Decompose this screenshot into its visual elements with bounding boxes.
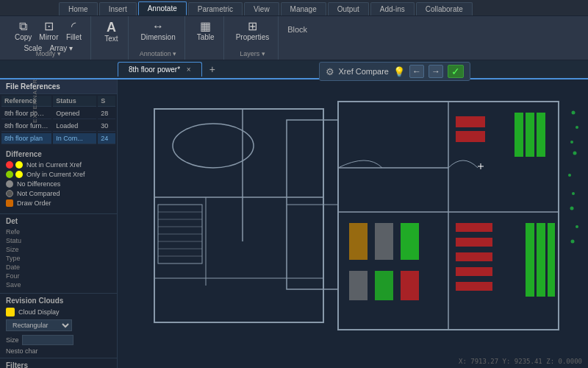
detail-save: Save (6, 281, 111, 289)
tab-annotate[interactable]: Annotate (138, 1, 187, 15)
svg-rect-32 (548, 223, 555, 297)
refe-label: Refe (6, 228, 20, 236)
yellow2-dot-icon (15, 171, 23, 178)
svg-rect-34 (375, 223, 393, 260)
toolbar-section-block: Block (282, 16, 313, 60)
only-in-xref-label: Only in Current Xref (26, 171, 85, 178)
floor-plan-svg (118, 79, 588, 368)
tab-view[interactable]: View (244, 2, 279, 15)
mirror-icon: ⊡ (44, 21, 54, 32)
legend-only-in-xref: Only in Current Xref (6, 171, 111, 178)
char-label: char (25, 347, 38, 355)
svg-point-42 (573, 152, 577, 155)
lightbulb-icon[interactable]: 💡 (393, 66, 405, 77)
fillet-button[interactable]: ◜ Fillet (62, 19, 85, 43)
ref-size-3: 24 (98, 133, 115, 144)
type-label: Type (6, 255, 21, 262)
dark-dot-icon (6, 190, 13, 197)
main-toolbar: ⧉ Copy ⊡ Mirror ◜ Fillet Scale Array ▾ M… (0, 16, 588, 60)
ref-size-2: 30 (98, 121, 115, 132)
col-size: S (98, 96, 115, 107)
svg-rect-20 (456, 116, 485, 127)
tab-output[interactable]: Output (328, 2, 369, 15)
revision-title: Revision Clouds (6, 297, 111, 305)
ribbon-tabs: Home Insert Annotate Parametric View Man… (0, 0, 588, 16)
size-input[interactable] (22, 335, 74, 345)
toolbar-section-mirror: ⧉ Copy ⊡ Mirror ◜ Fillet Scale Array ▾ M… (6, 16, 91, 60)
detail-refe: Refe (6, 228, 111, 236)
doc-tab-add[interactable]: + (204, 60, 221, 78)
copy-button[interactable]: ⧉ Copy (12, 19, 35, 43)
tab-insert[interactable]: Insert (99, 2, 137, 15)
xref-back-button[interactable]: ← (409, 65, 424, 78)
sidebar: EXTERNAL REFERENCES File References Refe… (0, 79, 118, 368)
svg-rect-27 (456, 252, 492, 261)
svg-point-47 (571, 240, 575, 244)
modify-section-label: Modify ▾ (36, 50, 61, 57)
text-label: Text (104, 35, 118, 43)
table-row[interactable]: 8th floor power* Opened 28 (1, 108, 115, 119)
col-reference: Reference (1, 96, 51, 107)
svg-point-44 (572, 192, 575, 195)
block-section-label: Block (287, 19, 307, 34)
gear-icon[interactable]: ⚙ (326, 66, 334, 77)
svg-rect-29 (456, 282, 492, 291)
tab-manage[interactable]: Manage (281, 2, 326, 15)
xref-forward-button[interactable]: → (429, 65, 443, 78)
table-label: Table (197, 33, 215, 41)
tab-home[interactable]: Home (59, 2, 98, 15)
coord-y: Y: (503, 358, 514, 365)
shape-dropdown[interactable]: Rectangular Polygonal Freehand (6, 319, 72, 331)
dimension-button[interactable]: ↔ Dimension (137, 19, 178, 43)
coord-x: X: (459, 358, 470, 365)
table-row-highlight[interactable]: 8th floor plan In Com... 24 (1, 133, 115, 144)
tab-addins[interactable]: Add-ins (370, 2, 415, 15)
size-input-label: Size (6, 336, 19, 344)
svg-rect-30 (526, 223, 534, 297)
copy-icon: ⧉ (19, 21, 27, 32)
doc-tab-close[interactable]: × (187, 66, 191, 74)
grey-dot-icon (6, 180, 13, 188)
table-row[interactable]: 8th floor furnit... Loaded 30 (1, 121, 115, 132)
table-button[interactable]: ▦ Table (194, 19, 218, 43)
green-dot-icon (6, 171, 13, 178)
toolbar-section-table: ▦ Table (188, 16, 224, 60)
ref-name-3: 8th floor plan (1, 133, 51, 144)
difference-title: Difference (6, 150, 111, 158)
layers-section-label: Layers ▾ (240, 50, 265, 57)
save-label-det: Save (6, 281, 21, 289)
svg-rect-28 (456, 267, 492, 276)
xref-confirm-button[interactable]: ✓ (448, 65, 464, 78)
four-label: Four (6, 272, 20, 280)
size-det-label: Size (6, 246, 19, 253)
dimension-icon: ↔ (152, 21, 164, 32)
text-button[interactable]: A Text (100, 19, 122, 44)
legend-no-diff: No Differences (6, 180, 111, 188)
fillet-label: Fillet (66, 33, 82, 41)
no-diff-label: No Differences (17, 180, 60, 188)
dimension-section-label: Annotation ▾ (140, 50, 177, 57)
tab-collaborate[interactable]: Collaborate (416, 2, 473, 15)
doc-tabbar: 8th floor power* × + ⚙ Xref Compare 💡 ← … (0, 60, 588, 79)
nesto-label: Nesto (6, 347, 24, 355)
fillet-icon: ◜ (71, 21, 76, 32)
svg-rect-37 (375, 271, 393, 300)
draw-order-icon (6, 199, 13, 207)
details-panel: Det Refe Statu Size Type Date Four Save (0, 214, 117, 294)
svg-point-46 (576, 225, 578, 228)
detail-status: Statu (6, 237, 111, 244)
svg-rect-38 (401, 271, 419, 300)
main-content: EXTERNAL REFERENCES File References Refe… (0, 79, 588, 368)
drawing-canvas[interactable]: X: 7913.27 Y: 9235.41 Z: 0.0000 (118, 79, 588, 368)
svg-rect-35 (401, 223, 419, 260)
detail-four: Four (6, 272, 111, 280)
layer-properties-button[interactable]: ⊞ Properties (233, 19, 273, 43)
file-references-header: File References (0, 79, 117, 94)
difference-legend: Difference Not in Current Xref Only in C… (0, 146, 117, 214)
text-icon-toolbar: A (107, 21, 116, 34)
legend-not-compared: Not Compared (6, 190, 111, 197)
tab-parametric[interactable]: Parametric (188, 2, 243, 15)
svg-rect-25 (456, 223, 492, 232)
mirror-button[interactable]: ⊡ Mirror (36, 19, 61, 43)
doc-tab-active[interactable]: 8th floor power* × (118, 62, 202, 77)
